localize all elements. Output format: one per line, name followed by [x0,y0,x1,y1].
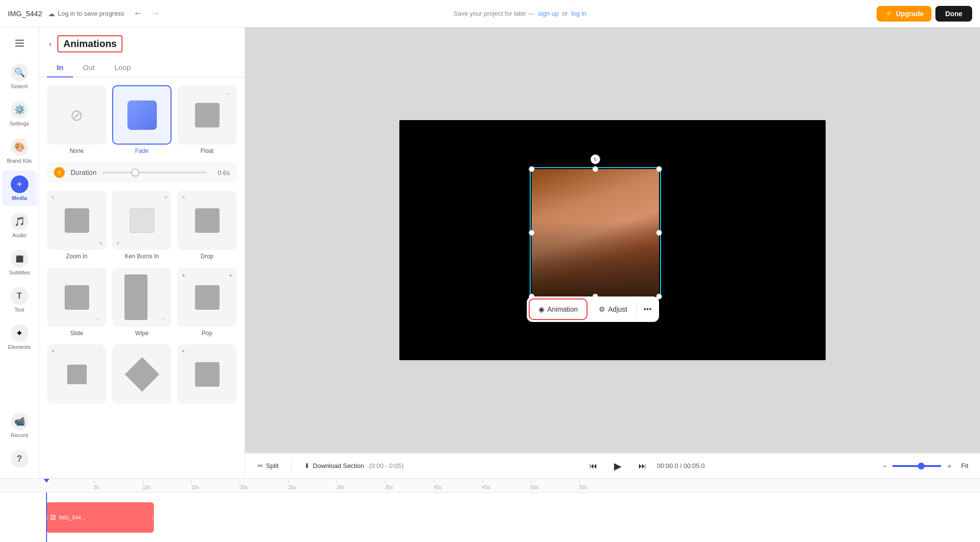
time-separator: / [680,462,684,469]
anim-item-extra1[interactable]: ✦ ↑ [47,345,106,404]
log-in-link[interactable]: log in [571,10,587,17]
ruler-tick-35s: 35s [385,485,393,490]
rotate-handle[interactable]: ↻ [590,154,600,164]
sidebar-item-search[interactable]: 🔍 Search [2,59,37,94]
ctx-animation-button[interactable]: ◉ Animation [529,298,588,320]
sidebar-item-media[interactable]: + Media [2,171,37,206]
timeline-clip[interactable]: 🖼 IMG_544... [46,502,154,533]
handle-top-middle[interactable] [592,166,598,172]
sidebar-item-brand-kits[interactable]: 🎨 Brand Kits [2,133,37,169]
timeline: 5s 10s 15s 20s 25s 30s 35s 40s 45s 50s 5… [0,478,980,542]
undo-button[interactable]: ← [130,6,146,22]
anim-item-none[interactable]: ⊘ None [47,85,106,154]
zoom-in-button[interactable]: + [945,460,953,472]
ctx-adjust-button[interactable]: ⚙ Adjust [590,299,636,319]
anim-label-float: Float [200,148,214,154]
duration-slider[interactable] [102,172,206,173]
download-section-button[interactable]: ⬇ Download Section (0:00 - 0:05) [299,459,409,472]
anim-thumb-slide: → [47,268,106,327]
ctx-more-button[interactable]: ••• [637,299,659,320]
sidebar-label-subtitles: Subtitles [9,270,29,275]
canvas-background: ↻ ◉ Animation ⚙ Adjust [399,120,826,360]
panel-tabs: In Out Loop [39,52,245,77]
sidebar-item-text[interactable]: T Text [2,282,37,318]
ruler-tick-20s: 20s [240,485,247,490]
tab-in[interactable]: In [47,58,73,77]
anim-item-drop[interactable]: ↖ Drop [177,191,237,260]
done-button[interactable]: Done [935,6,972,22]
playhead[interactable] [46,493,47,542]
sidebar-item-elements[interactable]: ✦ Elements [2,320,37,355]
portrait-image [532,169,659,296]
anim-thumb-extra1: ✦ ↑ [47,345,106,404]
ruler-tick-25s: 25s [288,485,296,490]
zoom-out-button[interactable]: − [881,460,888,472]
sidebar-item-settings[interactable]: ⚙️ Settings [2,96,37,131]
canvas-image-element[interactable]: ↻ ◉ Animation ⚙ Adjust [532,169,659,296]
sidebar-item-record[interactable]: 📹 Record [2,408,37,443]
animation-ctx-icon: ◉ [539,305,544,313]
anim-label-zoom-in: Zoom In [66,253,87,260]
anim-item-float[interactable]: → Float [177,85,237,154]
subtitles-icon: ⬛ [11,250,28,268]
anim-item-wipe[interactable]: → Wipe [112,268,172,337]
play-button[interactable]: ▶ [608,456,628,476]
anim-thumb-float: → [177,85,237,145]
sidebar-item-audio[interactable]: 🎵 Audio [2,208,37,243]
sidebar-item-subtitles[interactable]: ⬛ Subtitles [2,245,37,280]
upgrade-label: Upgrade [896,10,924,18]
clip-right-handle[interactable] [151,502,154,533]
header-right: ⚡ Upgrade Done [877,6,972,22]
current-time: 00:00.0 [657,462,678,469]
redo-button[interactable]: → [147,6,163,22]
anim-item-zoom-in[interactable]: ↖ ↘ Zoom In [47,191,106,260]
adjust-ctx-icon: ⚙ [599,305,605,313]
anim-item-extra2[interactable] [112,345,172,404]
anim-thumb-zoom-in: ↖ ↘ [47,191,106,250]
help-icon: ? [11,450,28,468]
sidebar-icons: 🔍 Search ⚙️ Settings 🎨 Brand Kits + Medi… [0,27,39,478]
fit-button[interactable]: Fit [957,460,972,471]
clip-icon: 🖼 [50,514,56,521]
portrait-overlay [532,220,659,296]
sign-up-link[interactable]: sign up [538,10,559,17]
undo-redo-group: ← → [130,6,163,22]
fast-forward-button[interactable]: ⏭ [634,457,651,475]
anim-item-ken-burns-in[interactable]: ↗ ↙ Ken Burns In [112,191,172,260]
ruler-tick-45s: 45s [482,485,490,490]
zoom-slider[interactable] [892,465,941,467]
save-progress-button[interactable]: ☁ Log in to save progress [48,10,124,18]
sidebar-item-help[interactable]: ? [2,445,37,472]
app-container: IMG_5442 ☁ Log in to save progress ← → S… [0,0,980,542]
canvas-area: ↻ ◉ Animation ⚙ Adjust [245,27,980,478]
anim-label-ken-burns-in: Ken Burns In [125,253,159,260]
tab-out[interactable]: Out [73,58,104,77]
duration-upgrade-icon: ⚡ [54,167,65,178]
anim-item-fade[interactable]: Fade [112,85,172,154]
anim-thumb-pop: ✦ ✦ [177,268,237,327]
handle-middle-left[interactable] [529,230,535,236]
animation-grid-3: → Slide → Wipe ✦ [47,268,237,337]
duration-label: Duration [71,169,97,176]
hamburger-menu[interactable] [2,33,37,53]
elements-icon: ✦ [11,324,28,342]
ctx-animation-label: Animation [547,305,578,313]
tab-loop[interactable]: Loop [105,58,141,77]
split-button[interactable]: ✂ Split [253,459,283,472]
anim-label-pop: Pop [202,330,212,337]
anim-item-slide[interactable]: → Slide [47,268,106,337]
ctx-adjust-label: Adjust [608,305,627,313]
handle-top-right[interactable] [656,166,662,172]
anim-item-extra3[interactable]: ✦ [177,345,237,404]
more-icon: ••• [643,305,652,313]
animation-grid-top: ⊘ None Fade → [47,85,237,154]
rewind-button[interactable]: ⏮ [585,457,602,475]
handle-top-left[interactable] [529,166,535,172]
anim-item-pop[interactable]: ✦ ✦ Pop [177,268,237,337]
panel-back-button[interactable]: ‹ [47,38,53,50]
anim-thumb-extra3: ✦ [177,345,237,404]
handle-middle-right[interactable] [656,230,662,236]
anim-label-drop: Drop [200,253,213,260]
upgrade-button[interactable]: ⚡ Upgrade [877,6,931,22]
zoom-in-visual [65,208,89,233]
